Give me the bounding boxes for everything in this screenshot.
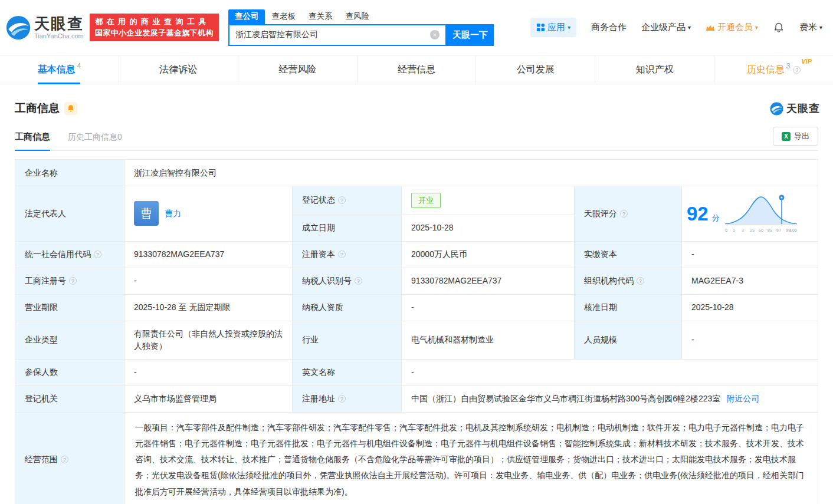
info-icon[interactable]: ? [338,251,346,258]
slogan-banner: 都在用的商业查询工具 国家中小企业发展子基金旗下机构 [90,14,219,41]
score-axis-tick: 0 [725,228,727,233]
subtab-history-business-info[interactable]: 历史工商信息0 [68,132,122,150]
field-label-company-type: 企业类型 [15,321,124,360]
search-button[interactable]: 天眼一下 [447,24,494,46]
label-text: 统一社会信用代码 [25,248,91,261]
field-value-business-scope: 一般项目：汽车零部件及配件制造；汽车零部件研发；汽车零配件零售；汽车零配件批发；… [124,413,818,504]
info-icon[interactable]: ? [338,196,346,204]
subtab-business-info[interactable]: 工商信息 [15,131,50,150]
label-text: 注册地址 [302,393,335,405]
field-value-company-name: 浙江凌启智控有限公司 [124,160,818,186]
search-tab-risk[interactable]: 查风险 [339,9,376,24]
chevron-down-icon: ▾ [755,24,758,31]
tab-label: 经营风险 [278,64,316,76]
label-text: 工商注册号 [25,275,66,287]
label-text: 人员规模 [584,334,617,346]
info-icon[interactable]: ? [338,395,346,403]
field-label-reg-status: 登记状态 ? [293,186,402,215]
value-text: - [691,248,694,261]
info-icon[interactable]: ? [620,210,628,218]
open-membership-menu[interactable]: 开通会员 ▾ [706,22,758,33]
tab-basic-info[interactable]: 基本信息 4 [0,55,119,84]
info-icon[interactable]: ? [355,277,362,285]
score-axis-tick: 3 [742,228,744,233]
notifications-button[interactable] [773,22,785,34]
label-text: 注册资本 [302,248,335,261]
field-label-english-name: 英文名称 [293,360,402,386]
field-label-credit-code: 统一社会信用代码 ? [15,242,124,268]
legal-rep-link[interactable]: 曹力 [165,207,181,220]
label-text: 企业类型 [25,334,58,346]
label-text: 英文名称 [302,366,335,378]
label-text: 天眼评分 [584,207,617,220]
search-tab-relation[interactable]: 查关系 [302,9,339,24]
label-text: 法定代表人 [25,207,66,220]
search-tab-company[interactable]: 查公司 [228,9,265,24]
help-icon[interactable]: ? [793,66,801,74]
value-text: - [411,366,414,378]
export-label: 导出 [794,131,809,141]
apps-menu[interactable]: 应用 ▾ [530,18,576,37]
info-icon[interactable]: ? [61,456,68,463]
subtab-row: 工商信息 历史工商信息0 X 导出 [15,127,818,151]
label-text: 登记机关 [25,393,58,405]
field-label-insured-count: 参保人数 [15,360,124,386]
export-button[interactable]: X 导出 [773,127,818,146]
field-label-staff-size: 人员规模 [575,321,682,360]
tab-legal-proceedings[interactable]: 法律诉讼 [119,55,238,84]
info-icon[interactable]: ? [94,251,101,258]
score-distribution-chart: 0 1 3 15 50 85 97 99 100 [723,192,799,235]
label-text: 参保人数 [25,366,58,378]
field-label-org-code: 组织机构代码 ? [575,268,682,295]
field-value-company-type: 有限责任公司（非自然人投资或控股的法人独资） [124,321,293,360]
label-text: 纳税人资质 [302,301,343,314]
apps-label: 应用 [547,22,565,33]
field-value-approval-date: 2025-10-28 [682,295,818,321]
chevron-down-icon: ▾ [568,24,570,31]
field-value-reg-authority: 义乌市市场监督管理局 [124,386,293,413]
score-axis-tick: 100 [789,228,796,233]
search-input[interactable] [229,30,430,39]
tab-business-info[interactable]: 经营信息 [358,55,477,84]
label-text: 经营范围 [25,453,58,466]
field-value-insured-count: - [124,360,293,386]
search-tab-boss[interactable]: 查老板 [265,9,302,24]
site-logo[interactable]: 天眼查 TianYanCha.com [6,15,84,40]
field-label-paid-capital: 实缴资本 [575,242,682,268]
legal-rep-avatar[interactable]: 曹 [134,201,159,226]
subscribe-bell-button[interactable] [64,102,77,115]
business-info-table: 企业名称 浙江凌启智控有限公司 法定代表人 曹 曹力 登记状态 ? 开业 天眼评… [15,159,818,504]
chevron-down-icon: ▾ [688,24,691,31]
membership-label: 开通会员 [717,22,753,33]
value-text: 2025-10-28 [411,222,454,234]
company-name-text: 浙江凌启智控有限公司 [134,167,217,179]
field-value-credit-code: 91330782MAG2EEA737 [124,242,293,268]
tab-history-info[interactable]: VIP 历史信息 3 ? [714,55,833,84]
tab-operational-risk[interactable]: 经营风险 [238,55,358,84]
section-title: 工商信息 [15,101,60,116]
score-unit: 分 [712,212,720,224]
label-text: 企业名称 [25,167,58,179]
value-text: - [411,301,414,314]
tab-company-development[interactable]: 公司发展 [476,55,595,84]
value-text: - [134,366,137,378]
value-text: 义乌市市场监督管理局 [134,393,217,405]
value-text: - [134,275,137,287]
user-menu[interactable]: 费米 ▾ [799,22,822,33]
enterprise-products-menu[interactable]: 企业级产品 ▾ [641,22,691,33]
scope-text: 一般项目：汽车零部件及配件制造；汽车零部件研发；汽车零配件零售；汽车零配件批发；… [135,423,804,496]
tab-intellectual-property[interactable]: 知识产权 [595,55,714,84]
info-icon[interactable]: ? [69,277,77,285]
clear-search-icon[interactable]: × [430,30,440,39]
status-badge: 开业 [411,193,441,208]
field-value-taxpayer-quality: - [402,295,575,321]
brand-text: 天眼查 [786,101,820,116]
business-cooperation-menu[interactable]: 商务合作 [591,22,627,33]
nearby-companies-link[interactable]: 附近公司 [726,393,759,405]
field-value-industry: 电气机械和器材制造业 [402,321,575,360]
label-text: 核准日期 [584,301,617,314]
cooperation-label: 商务合作 [591,22,627,33]
info-icon[interactable]: ? [637,277,644,285]
value-text: 电气机械和器材制造业 [411,334,494,346]
vip-badge: VIP [801,58,812,65]
